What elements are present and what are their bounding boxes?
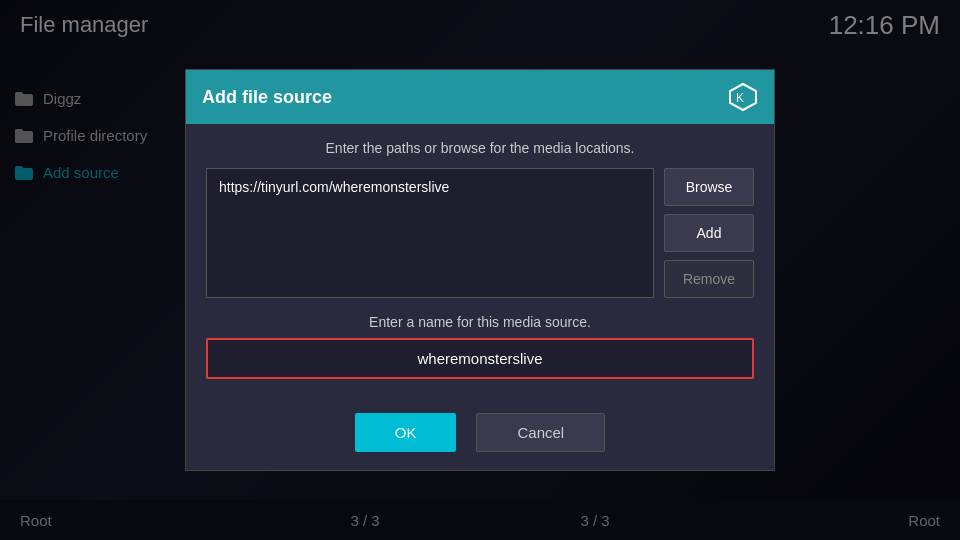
add-file-source-dialog: Add file source K Enter the paths or bro…	[185, 69, 775, 471]
name-instruction: Enter a name for this media source.	[206, 314, 754, 330]
modal-header: Add file source K	[186, 70, 774, 124]
svg-text:K: K	[736, 91, 744, 105]
kodi-logo-icon: K	[728, 82, 758, 112]
name-input-wrapper	[206, 338, 754, 379]
url-value: https://tinyurl.com/wheremonsterslive	[219, 179, 449, 195]
modal-body: Enter the paths or browse for the media …	[186, 124, 774, 413]
instruction-text: Enter the paths or browse for the media …	[206, 140, 754, 156]
cancel-button[interactable]: Cancel	[476, 413, 605, 452]
browse-button[interactable]: Browse	[664, 168, 754, 206]
ok-button[interactable]: OK	[355, 413, 457, 452]
remove-button[interactable]: Remove	[664, 260, 754, 298]
modal-title: Add file source	[202, 87, 332, 108]
name-input[interactable]	[208, 340, 752, 377]
url-buttons: Browse Add Remove	[664, 168, 754, 298]
add-button[interactable]: Add	[664, 214, 754, 252]
url-section: https://tinyurl.com/wheremonsterslive Br…	[206, 168, 754, 298]
url-input-area[interactable]: https://tinyurl.com/wheremonsterslive	[206, 168, 654, 298]
modal-footer: OK Cancel	[186, 413, 774, 470]
